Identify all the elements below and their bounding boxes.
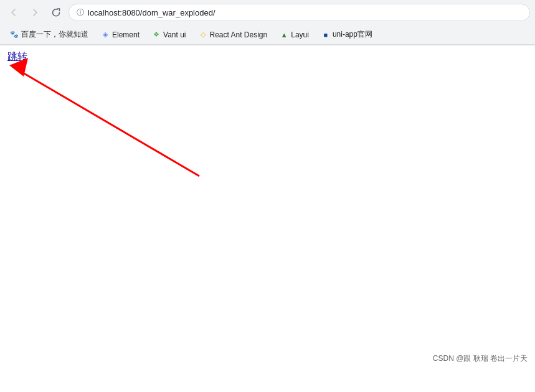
svg-line-0 xyxy=(19,70,199,176)
bookmark-label-uniapp: uni-app官网 xyxy=(333,29,372,40)
back-button[interactable] xyxy=(5,4,22,21)
address-bar[interactable]: ⓘ localhost:8080/dom_war_exploded/ xyxy=(69,4,530,21)
red-arrow xyxy=(0,52,224,195)
forward-button[interactable] xyxy=(26,4,44,21)
address-text: localhost:8080/dom_war_exploded/ xyxy=(88,8,215,17)
bookmark-label-element: Element xyxy=(112,30,140,39)
bookmark-icon-layui: ▲ xyxy=(280,30,288,39)
bookmark-icon-baidu: 🐾 xyxy=(10,30,19,39)
bookmark-vant[interactable]: ❖Vant ui xyxy=(147,29,191,40)
bookmark-label-baidu: 百度一下，你就知道 xyxy=(21,29,88,40)
bookmark-baidu[interactable]: 🐾百度一下，你就知道 xyxy=(5,28,93,41)
bookmark-label-layui: Layui xyxy=(291,30,309,39)
bookmarks-bar: 🐾百度一下，你就知道◈Element❖Vant ui◇React Ant Des… xyxy=(0,25,535,45)
bookmark-layui[interactable]: ▲Layui xyxy=(275,29,314,40)
bookmark-label-react-ant: React Ant Design xyxy=(210,30,268,39)
bookmark-icon-element: ◈ xyxy=(101,30,110,39)
bookmark-icon-react-ant: ◇ xyxy=(199,30,207,39)
bookmark-label-vant: Vant ui xyxy=(163,30,186,39)
bookmark-icon-vant: ❖ xyxy=(152,30,161,39)
address-bar-row: ⓘ localhost:8080/dom_war_exploded/ xyxy=(0,0,535,25)
bookmark-uniapp[interactable]: ■uni-app官网 xyxy=(316,28,377,41)
jump-link[interactable]: 跳转 xyxy=(7,50,27,63)
bookmark-element[interactable]: ◈Element xyxy=(96,29,144,40)
footer-watermark: CSDN @跟 耿瑞 卷出一片天 xyxy=(433,353,528,364)
bookmark-react-ant[interactable]: ◇React Ant Design xyxy=(194,29,273,40)
lock-icon: ⓘ xyxy=(77,7,84,18)
refresh-button[interactable] xyxy=(47,4,65,21)
bookmark-icon-uniapp: ■ xyxy=(321,30,330,39)
browser-chrome: ⓘ localhost:8080/dom_war_exploded/ 🐾百度一下… xyxy=(0,0,535,45)
page-content: 跳转 CSDN @跟 耿瑞 卷出一片天 xyxy=(0,45,535,370)
